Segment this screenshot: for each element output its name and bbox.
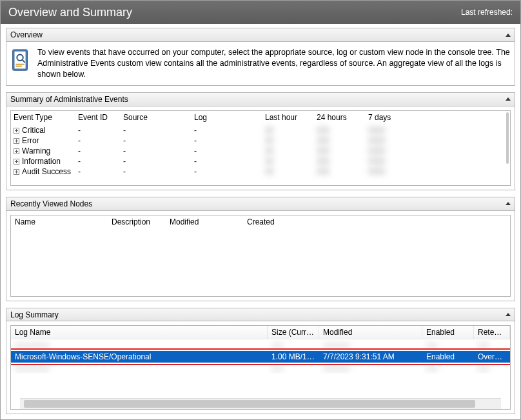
sae-row[interactable]: Warning---000000000 xyxy=(11,146,510,156)
collapse-icon[interactable] xyxy=(506,34,511,37)
sae-row[interactable]: Error---000000000 xyxy=(11,135,510,146)
ls-col-enabled[interactable]: Enabled xyxy=(422,326,474,339)
overview-panel: To view events that have occurred on you… xyxy=(6,42,515,86)
ls-cell-enabled: xxx xyxy=(422,340,474,350)
rvn-col-name[interactable]: Name xyxy=(11,215,108,230)
ls-col-modified[interactable]: Modified xyxy=(319,326,422,339)
ls-col-log-name[interactable]: Log Name xyxy=(11,326,268,339)
recently-viewed-nodes-panel: Name Description Modified Created xyxy=(6,211,515,301)
summary-admin-events-list[interactable]: Event Type Event ID Source Log Last hour… xyxy=(10,110,511,186)
sae-row[interactable]: Information---000000000 xyxy=(11,156,510,166)
recently-viewed-nodes-header[interactable]: Recently Viewed Nodes xyxy=(6,197,515,211)
expand-icon[interactable] xyxy=(14,159,19,165)
overview-text: To view events that have occurred on you… xyxy=(37,47,511,80)
expand-icon[interactable] xyxy=(14,148,19,154)
summary-admin-events-header[interactable]: Summary of Administrative Events xyxy=(6,92,515,106)
rvn-header-row: Name Description Modified Created xyxy=(11,215,510,230)
sae-col-event-id[interactable]: Event ID xyxy=(75,111,121,125)
collapse-icon[interactable] xyxy=(506,97,511,101)
sae-col-7-days[interactable]: 7 days xyxy=(366,111,411,125)
ls-col-retention[interactable]: Retention P xyxy=(474,326,510,339)
ls-cell-modified: 7/7/2023 9:31:51 AM xyxy=(319,352,422,362)
sae-col-source[interactable]: Source xyxy=(121,111,192,125)
ls-cell-modified: xxxxxxx xyxy=(319,363,422,374)
collapse-icon[interactable] xyxy=(506,202,511,205)
ls-cell-retention: xxx xyxy=(474,363,510,374)
log-summary-list[interactable]: Log Name Size (Curr… Modified Enabled Re… xyxy=(10,325,511,410)
recently-viewed-nodes-section: Recently Viewed Nodes Name Description M… xyxy=(6,197,515,301)
log-summary-header-row: Log Name Size (Curr… Modified Enabled Re… xyxy=(11,326,510,339)
log-summary-section: Log Summary Log Name Size (Curr… Modifie… xyxy=(6,308,515,414)
collapse-icon[interactable] xyxy=(506,313,511,316)
log-summary-panel: Log Name Size (Curr… Modified Enabled Re… xyxy=(6,321,515,414)
ls-cell-name: Microsoft-Windows-SENSE/Operational xyxy=(11,352,268,362)
recently-viewed-nodes-list[interactable]: Name Description Modified Created xyxy=(10,215,511,297)
rvn-col-description[interactable]: Description xyxy=(108,215,166,230)
ls-cell-size: xxx xyxy=(268,363,319,374)
log-summary-label: Log Summary xyxy=(10,310,59,319)
ls-cell-retention: xxx xyxy=(474,340,510,350)
expand-icon[interactable] xyxy=(14,169,19,175)
overview-header[interactable]: Overview xyxy=(6,28,515,42)
ls-cell-name: xxxxxxxxx xyxy=(11,363,268,374)
page-title-bar: Overview and Summary Last refreshed: xyxy=(1,1,520,24)
sae-row[interactable]: Audit Success---000000000 xyxy=(11,166,510,177)
sae-col-24-hours[interactable]: 24 hours xyxy=(314,111,366,125)
svg-rect-4 xyxy=(15,64,24,65)
last-refreshed-label: Last refreshed: xyxy=(461,8,513,17)
sae-col-last-hour[interactable]: Last hour xyxy=(262,111,314,125)
expand-icon[interactable] xyxy=(14,138,19,144)
overview-header-label: Overview xyxy=(10,30,43,39)
ls-cell-enabled: Enabled xyxy=(422,352,474,362)
ls-cell-size: xxx xyxy=(268,340,319,350)
page-title: Overview and Summary xyxy=(8,6,132,19)
summary-admin-events-section: Summary of Administrative Events Event T… xyxy=(6,92,515,190)
log-summary-row[interactable]: Microsoft-Windows-SENSE/Operational1.00 … xyxy=(11,351,510,363)
log-summary-body: xxxxxxxxxxxxxxxxxxxxxxxxxMicrosoft-Windo… xyxy=(11,339,510,398)
ls-cell-name: xxxxxxxxx xyxy=(11,340,268,350)
svg-rect-5 xyxy=(15,66,22,67)
sae-row[interactable]: Critical---000000000 xyxy=(11,125,510,135)
event-viewer-icon xyxy=(10,48,31,73)
ls-cell-retention: Overwrite e xyxy=(474,352,510,362)
log-summary-row[interactable]: xxxxxxxxxxxxxxxxxxxxxxxxx xyxy=(11,363,510,374)
scrollbar-vertical[interactable] xyxy=(506,112,509,164)
overview-and-summary-frame: Overview and Summary Last refreshed: Ove… xyxy=(0,0,521,420)
expand-icon[interactable] xyxy=(14,128,19,134)
ls-cell-enabled: xxx xyxy=(422,363,474,374)
summary-admin-events-panel: Event Type Event ID Source Log Last hour… xyxy=(6,106,515,190)
recently-viewed-nodes-label: Recently Viewed Nodes xyxy=(10,199,92,208)
rvn-col-created[interactable]: Created xyxy=(243,215,510,230)
sae-header-row: Event Type Event ID Source Log Last hour… xyxy=(11,111,510,125)
summary-admin-events-label: Summary of Administrative Events xyxy=(10,95,128,104)
log-summary-row[interactable]: xxxxxxxxxxxxxxxxxxxxxxxxx xyxy=(11,339,510,351)
rvn-col-modified[interactable]: Modified xyxy=(166,215,243,230)
ls-cell-size: 1.00 MB/1… xyxy=(268,352,319,362)
content-area: Overview To view events that have occurr… xyxy=(1,24,520,419)
ls-cell-modified: xxxxxxx xyxy=(319,340,422,350)
log-summary-header[interactable]: Log Summary xyxy=(6,308,515,322)
sae-col-log[interactable]: Log xyxy=(192,111,262,125)
scrollbar-horizontal[interactable] xyxy=(20,398,501,409)
overview-section: Overview To view events that have occurr… xyxy=(6,28,515,86)
ls-col-size[interactable]: Size (Curr… xyxy=(268,326,319,339)
sae-col-event-type[interactable]: Event Type xyxy=(11,111,75,125)
